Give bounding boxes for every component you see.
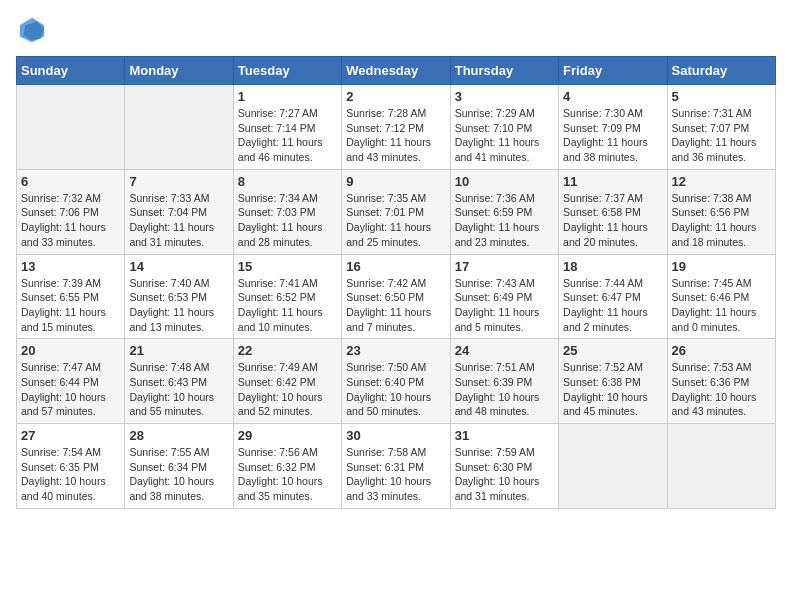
- calendar-cell: 17Sunrise: 7:43 AM Sunset: 6:49 PM Dayli…: [450, 254, 558, 339]
- day-info: Sunrise: 7:55 AM Sunset: 6:34 PM Dayligh…: [129, 445, 228, 504]
- calendar-cell: 9Sunrise: 7:35 AM Sunset: 7:01 PM Daylig…: [342, 169, 450, 254]
- day-number: 4: [563, 89, 662, 104]
- day-info: Sunrise: 7:39 AM Sunset: 6:55 PM Dayligh…: [21, 276, 120, 335]
- day-number: 6: [21, 174, 120, 189]
- day-number: 30: [346, 428, 445, 443]
- calendar-cell: 27Sunrise: 7:54 AM Sunset: 6:35 PM Dayli…: [17, 424, 125, 509]
- day-number: 24: [455, 343, 554, 358]
- day-info: Sunrise: 7:45 AM Sunset: 6:46 PM Dayligh…: [672, 276, 771, 335]
- day-number: 28: [129, 428, 228, 443]
- calendar-cell: 4Sunrise: 7:30 AM Sunset: 7:09 PM Daylig…: [559, 85, 667, 170]
- day-number: 13: [21, 259, 120, 274]
- day-info: Sunrise: 7:53 AM Sunset: 6:36 PM Dayligh…: [672, 360, 771, 419]
- day-number: 11: [563, 174, 662, 189]
- day-number: 15: [238, 259, 337, 274]
- calendar-cell: 28Sunrise: 7:55 AM Sunset: 6:34 PM Dayli…: [125, 424, 233, 509]
- day-number: 31: [455, 428, 554, 443]
- day-info: Sunrise: 7:42 AM Sunset: 6:50 PM Dayligh…: [346, 276, 445, 335]
- day-info: Sunrise: 7:41 AM Sunset: 6:52 PM Dayligh…: [238, 276, 337, 335]
- calendar-cell: 3Sunrise: 7:29 AM Sunset: 7:10 PM Daylig…: [450, 85, 558, 170]
- calendar-cell: 26Sunrise: 7:53 AM Sunset: 6:36 PM Dayli…: [667, 339, 775, 424]
- weekday-header: Tuesday: [233, 57, 341, 85]
- day-number: 10: [455, 174, 554, 189]
- day-number: 17: [455, 259, 554, 274]
- day-number: 22: [238, 343, 337, 358]
- calendar-table: SundayMondayTuesdayWednesdayThursdayFrid…: [16, 56, 776, 509]
- calendar-cell: 21Sunrise: 7:48 AM Sunset: 6:43 PM Dayli…: [125, 339, 233, 424]
- day-number: 12: [672, 174, 771, 189]
- day-info: Sunrise: 7:36 AM Sunset: 6:59 PM Dayligh…: [455, 191, 554, 250]
- logo-icon: [18, 16, 46, 44]
- weekday-header: Wednesday: [342, 57, 450, 85]
- day-info: Sunrise: 7:47 AM Sunset: 6:44 PM Dayligh…: [21, 360, 120, 419]
- day-info: Sunrise: 7:29 AM Sunset: 7:10 PM Dayligh…: [455, 106, 554, 165]
- calendar-cell: [125, 85, 233, 170]
- day-info: Sunrise: 7:56 AM Sunset: 6:32 PM Dayligh…: [238, 445, 337, 504]
- day-info: Sunrise: 7:51 AM Sunset: 6:39 PM Dayligh…: [455, 360, 554, 419]
- day-info: Sunrise: 7:49 AM Sunset: 6:42 PM Dayligh…: [238, 360, 337, 419]
- calendar-cell: 29Sunrise: 7:56 AM Sunset: 6:32 PM Dayli…: [233, 424, 341, 509]
- day-info: Sunrise: 7:40 AM Sunset: 6:53 PM Dayligh…: [129, 276, 228, 335]
- calendar-cell: 25Sunrise: 7:52 AM Sunset: 6:38 PM Dayli…: [559, 339, 667, 424]
- day-info: Sunrise: 7:28 AM Sunset: 7:12 PM Dayligh…: [346, 106, 445, 165]
- weekday-header: Saturday: [667, 57, 775, 85]
- calendar-week-row: 27Sunrise: 7:54 AM Sunset: 6:35 PM Dayli…: [17, 424, 776, 509]
- day-number: 27: [21, 428, 120, 443]
- calendar-cell: 19Sunrise: 7:45 AM Sunset: 6:46 PM Dayli…: [667, 254, 775, 339]
- calendar-cell: 14Sunrise: 7:40 AM Sunset: 6:53 PM Dayli…: [125, 254, 233, 339]
- calendar-cell: 23Sunrise: 7:50 AM Sunset: 6:40 PM Dayli…: [342, 339, 450, 424]
- calendar-cell: 6Sunrise: 7:32 AM Sunset: 7:06 PM Daylig…: [17, 169, 125, 254]
- day-number: 9: [346, 174, 445, 189]
- calendar-cell: 8Sunrise: 7:34 AM Sunset: 7:03 PM Daylig…: [233, 169, 341, 254]
- calendar-cell: [17, 85, 125, 170]
- weekday-header-row: SundayMondayTuesdayWednesdayThursdayFrid…: [17, 57, 776, 85]
- day-number: 16: [346, 259, 445, 274]
- day-info: Sunrise: 7:35 AM Sunset: 7:01 PM Dayligh…: [346, 191, 445, 250]
- day-number: 1: [238, 89, 337, 104]
- day-info: Sunrise: 7:30 AM Sunset: 7:09 PM Dayligh…: [563, 106, 662, 165]
- day-number: 20: [21, 343, 120, 358]
- day-info: Sunrise: 7:33 AM Sunset: 7:04 PM Dayligh…: [129, 191, 228, 250]
- weekday-header: Sunday: [17, 57, 125, 85]
- day-info: Sunrise: 7:52 AM Sunset: 6:38 PM Dayligh…: [563, 360, 662, 419]
- day-number: 7: [129, 174, 228, 189]
- day-info: Sunrise: 7:54 AM Sunset: 6:35 PM Dayligh…: [21, 445, 120, 504]
- day-info: Sunrise: 7:59 AM Sunset: 6:30 PM Dayligh…: [455, 445, 554, 504]
- day-info: Sunrise: 7:48 AM Sunset: 6:43 PM Dayligh…: [129, 360, 228, 419]
- day-info: Sunrise: 7:32 AM Sunset: 7:06 PM Dayligh…: [21, 191, 120, 250]
- calendar-cell: 30Sunrise: 7:58 AM Sunset: 6:31 PM Dayli…: [342, 424, 450, 509]
- calendar-cell: 24Sunrise: 7:51 AM Sunset: 6:39 PM Dayli…: [450, 339, 558, 424]
- day-info: Sunrise: 7:50 AM Sunset: 6:40 PM Dayligh…: [346, 360, 445, 419]
- day-number: 2: [346, 89, 445, 104]
- day-number: 26: [672, 343, 771, 358]
- calendar-cell: [559, 424, 667, 509]
- day-info: Sunrise: 7:37 AM Sunset: 6:58 PM Dayligh…: [563, 191, 662, 250]
- calendar-cell: 15Sunrise: 7:41 AM Sunset: 6:52 PM Dayli…: [233, 254, 341, 339]
- calendar-cell: 13Sunrise: 7:39 AM Sunset: 6:55 PM Dayli…: [17, 254, 125, 339]
- logo: [16, 16, 46, 44]
- calendar-cell: 22Sunrise: 7:49 AM Sunset: 6:42 PM Dayli…: [233, 339, 341, 424]
- day-info: Sunrise: 7:31 AM Sunset: 7:07 PM Dayligh…: [672, 106, 771, 165]
- calendar-cell: 16Sunrise: 7:42 AM Sunset: 6:50 PM Dayli…: [342, 254, 450, 339]
- day-info: Sunrise: 7:27 AM Sunset: 7:14 PM Dayligh…: [238, 106, 337, 165]
- calendar-cell: 11Sunrise: 7:37 AM Sunset: 6:58 PM Dayli…: [559, 169, 667, 254]
- day-number: 18: [563, 259, 662, 274]
- calendar-cell: [667, 424, 775, 509]
- calendar-week-row: 13Sunrise: 7:39 AM Sunset: 6:55 PM Dayli…: [17, 254, 776, 339]
- calendar-cell: 5Sunrise: 7:31 AM Sunset: 7:07 PM Daylig…: [667, 85, 775, 170]
- day-number: 21: [129, 343, 228, 358]
- day-info: Sunrise: 7:44 AM Sunset: 6:47 PM Dayligh…: [563, 276, 662, 335]
- day-info: Sunrise: 7:38 AM Sunset: 6:56 PM Dayligh…: [672, 191, 771, 250]
- day-info: Sunrise: 7:58 AM Sunset: 6:31 PM Dayligh…: [346, 445, 445, 504]
- calendar-cell: 31Sunrise: 7:59 AM Sunset: 6:30 PM Dayli…: [450, 424, 558, 509]
- day-number: 5: [672, 89, 771, 104]
- calendar-week-row: 20Sunrise: 7:47 AM Sunset: 6:44 PM Dayli…: [17, 339, 776, 424]
- calendar-cell: 1Sunrise: 7:27 AM Sunset: 7:14 PM Daylig…: [233, 85, 341, 170]
- calendar-cell: 18Sunrise: 7:44 AM Sunset: 6:47 PM Dayli…: [559, 254, 667, 339]
- weekday-header: Monday: [125, 57, 233, 85]
- page-header: [16, 16, 776, 44]
- calendar-week-row: 6Sunrise: 7:32 AM Sunset: 7:06 PM Daylig…: [17, 169, 776, 254]
- calendar-cell: 10Sunrise: 7:36 AM Sunset: 6:59 PM Dayli…: [450, 169, 558, 254]
- day-number: 23: [346, 343, 445, 358]
- weekday-header: Thursday: [450, 57, 558, 85]
